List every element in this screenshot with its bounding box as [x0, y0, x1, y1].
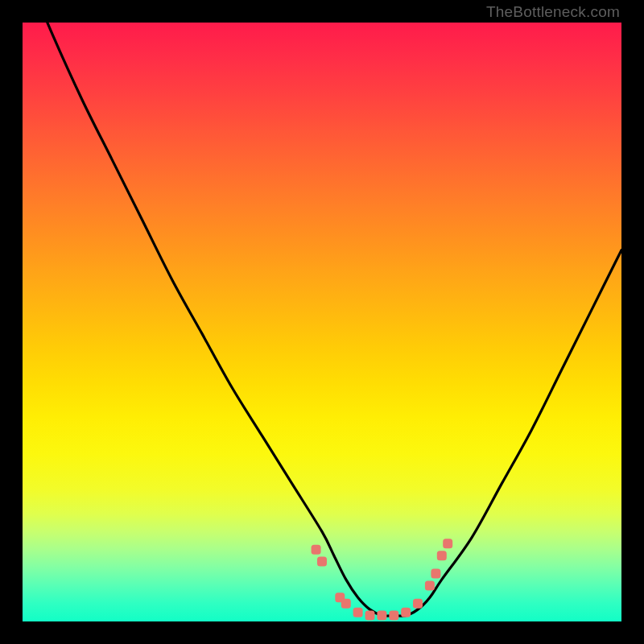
curve-marker [437, 551, 447, 560]
bottleneck-curve-svg [23, 23, 621, 621]
plot-area [23, 23, 621, 621]
curve-marker [431, 569, 440, 579]
curve-marker [353, 608, 363, 617]
attribution-watermark: TheBottleneck.com [486, 3, 620, 21]
curve-group [23, 23, 621, 616]
curve-marker [425, 580, 435, 590]
curve-marker [377, 611, 386, 621]
bottleneck-curve [23, 23, 621, 616]
curve-marker [413, 599, 423, 609]
curve-marker [341, 599, 351, 609]
curve-marker [401, 608, 411, 617]
curve-marker [365, 611, 375, 621]
curve-marker [312, 545, 321, 555]
curve-marker [317, 557, 327, 567]
curve-marker [443, 539, 452, 548]
curve-marker [389, 611, 398, 621]
chart-frame: TheBottleneck.com [0, 0, 644, 644]
